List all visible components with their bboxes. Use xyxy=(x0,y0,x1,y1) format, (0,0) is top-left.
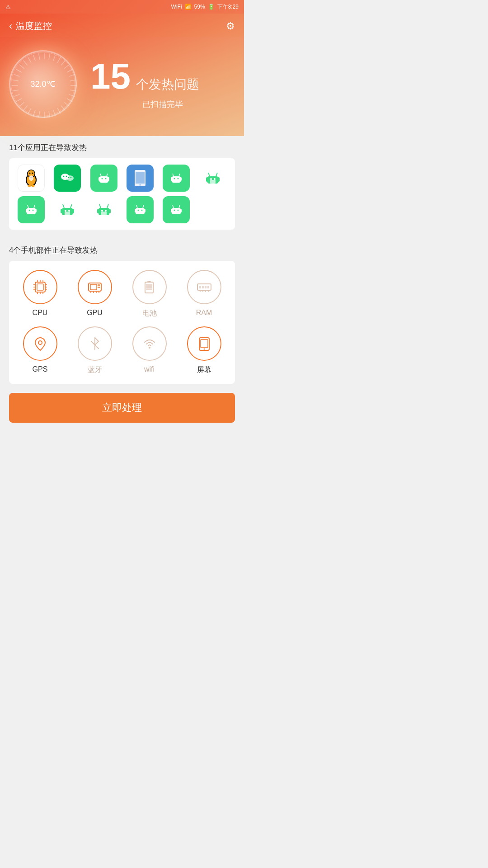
svg-point-58 xyxy=(140,184,141,186)
list-item[interactable] xyxy=(88,165,120,192)
svg-rect-121 xyxy=(146,288,152,290)
svg-line-30 xyxy=(57,57,61,63)
list-item[interactable] xyxy=(160,196,192,223)
svg-rect-92 xyxy=(172,208,181,214)
svg-rect-98 xyxy=(37,284,43,290)
apps-grid xyxy=(9,158,235,230)
svg-line-25 xyxy=(33,55,35,61)
svg-line-24 xyxy=(28,57,31,63)
svg-rect-60 xyxy=(171,177,173,181)
svg-line-17 xyxy=(12,90,19,91)
svg-rect-66 xyxy=(217,177,220,182)
component-cpu[interactable]: CPU xyxy=(14,270,66,318)
svg-rect-125 xyxy=(199,286,201,288)
svg-line-2 xyxy=(69,94,75,97)
svg-rect-120 xyxy=(147,281,151,283)
list-item[interactable] xyxy=(15,196,47,223)
list-item[interactable] xyxy=(52,165,83,192)
svg-rect-94 xyxy=(180,209,182,212)
svg-line-11 xyxy=(33,110,35,116)
svg-rect-53 xyxy=(108,177,109,181)
list-item[interactable] xyxy=(124,196,156,223)
svg-point-47 xyxy=(63,176,65,177)
battery-percent: 59% xyxy=(194,4,205,10)
hero-section: // will be done inline below xyxy=(0,37,244,136)
app-icon-android1 xyxy=(90,165,117,192)
app-icon-android5 xyxy=(54,196,81,223)
components-section-title: 4个手机部件正在导致发热 xyxy=(9,245,235,255)
svg-point-41 xyxy=(32,173,33,174)
apps-section-header: 11个应用正在导致发热 xyxy=(0,136,244,153)
svg-line-12 xyxy=(28,108,31,113)
svg-rect-51 xyxy=(99,176,108,183)
svg-point-133 xyxy=(38,341,42,344)
list-item[interactable] xyxy=(52,196,83,223)
component-ram[interactable]: RAM xyxy=(178,270,230,318)
warning-icon: ⚠ xyxy=(5,4,11,10)
svg-line-28 xyxy=(49,53,50,60)
svg-rect-76 xyxy=(61,209,63,213)
svg-rect-93 xyxy=(171,209,173,212)
action-button[interactable]: 立即处理 xyxy=(9,393,235,423)
svg-line-29 xyxy=(53,55,56,61)
svg-point-46 xyxy=(66,175,74,181)
wifi-status: WiFi xyxy=(171,4,182,10)
svg-line-21 xyxy=(16,69,22,72)
svg-rect-59 xyxy=(172,176,181,183)
list-item[interactable] xyxy=(88,196,120,223)
component-battery[interactable]: 电池 xyxy=(123,270,176,318)
issue-count: 15 xyxy=(90,56,131,96)
svg-point-55 xyxy=(105,178,106,179)
svg-point-90 xyxy=(138,210,139,211)
svg-rect-123 xyxy=(146,284,152,286)
list-item[interactable] xyxy=(124,165,156,192)
list-item[interactable] xyxy=(15,165,47,192)
svg-line-31 xyxy=(61,61,65,66)
svg-point-67 xyxy=(210,178,212,180)
app-icon-android7 xyxy=(127,196,154,223)
svg-point-95 xyxy=(174,210,175,211)
list-item[interactable] xyxy=(197,165,229,192)
svg-rect-82 xyxy=(97,209,99,213)
svg-point-91 xyxy=(141,210,143,211)
svg-point-50 xyxy=(70,177,72,179)
radial-ticks xyxy=(10,52,78,119)
gps-icon-circle xyxy=(23,326,57,361)
ram-icon-circle xyxy=(187,270,221,304)
settings-icon[interactable]: ⚙ xyxy=(226,20,235,32)
gpu-label: GPU xyxy=(87,309,103,317)
svg-line-32 xyxy=(64,65,69,69)
back-arrow-icon: ‹ xyxy=(9,20,12,32)
svg-rect-57 xyxy=(136,172,145,184)
svg-point-42 xyxy=(29,175,33,181)
component-screen[interactable]: 屏幕 xyxy=(178,326,230,375)
cpu-icon-circle xyxy=(23,270,57,304)
svg-line-1 xyxy=(70,90,76,91)
svg-line-6 xyxy=(57,108,61,113)
app-icon-wechat xyxy=(54,165,81,192)
svg-rect-61 xyxy=(180,177,182,181)
app-icon-android3 xyxy=(199,165,226,192)
svg-rect-86 xyxy=(101,212,107,215)
svg-line-15 xyxy=(16,99,22,102)
svg-rect-127 xyxy=(205,286,206,288)
svg-line-8 xyxy=(49,111,50,118)
component-gps[interactable]: GPS xyxy=(14,326,66,375)
svg-point-96 xyxy=(178,210,179,211)
component-wifi[interactable]: wifi xyxy=(123,326,176,375)
component-gpu[interactable]: GPU xyxy=(68,270,121,318)
svg-line-19 xyxy=(12,80,19,80)
svg-point-54 xyxy=(101,178,103,179)
svg-line-34 xyxy=(69,74,75,76)
svg-rect-114 xyxy=(98,287,100,288)
wifi-icon-circle xyxy=(132,326,167,361)
list-item[interactable] xyxy=(160,165,192,192)
battery-icon-circle xyxy=(132,270,167,304)
screen-icon-circle xyxy=(187,326,221,361)
gpu-icon-circle xyxy=(78,270,112,304)
back-button[interactable]: ‹ 温度监控 xyxy=(9,20,52,32)
svg-point-74 xyxy=(33,210,34,211)
svg-line-26 xyxy=(38,53,39,60)
component-bluetooth[interactable]: 蓝牙 xyxy=(68,326,121,375)
page-title: 温度监控 xyxy=(16,20,52,32)
